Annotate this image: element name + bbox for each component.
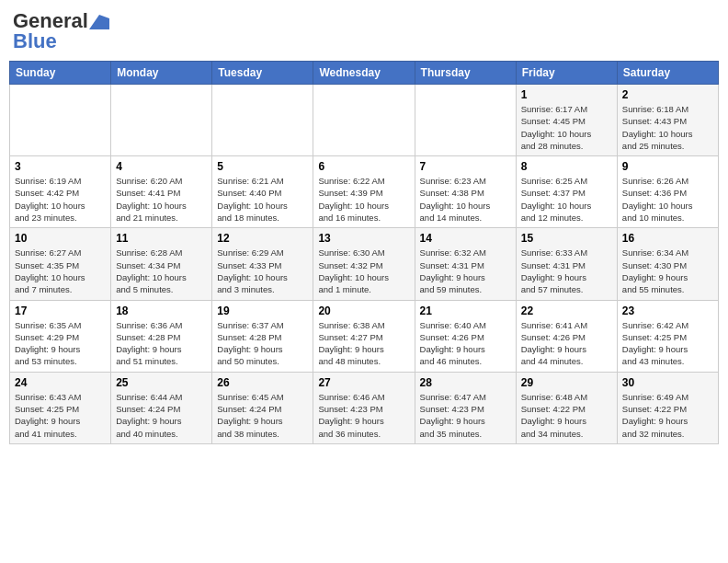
calendar-cell: 10Sunrise: 6:27 AMSunset: 4:35 PMDayligh… <box>10 228 111 300</box>
calendar-cell: 13Sunrise: 6:30 AMSunset: 4:32 PMDayligh… <box>313 228 415 300</box>
calendar-cell <box>10 85 111 156</box>
calendar-cell <box>313 85 415 156</box>
day-info: Sunrise: 6:49 AMSunset: 4:22 PMDaylight:… <box>622 391 713 440</box>
day-info: Sunrise: 6:18 AMSunset: 4:43 PMDaylight:… <box>622 103 713 152</box>
calendar-cell <box>415 85 516 156</box>
day-info: Sunrise: 6:40 AMSunset: 4:26 PMDaylight:… <box>420 319 511 368</box>
calendar-cell: 24Sunrise: 6:43 AMSunset: 4:25 PMDayligh… <box>10 372 111 443</box>
day-number: 23 <box>622 304 713 317</box>
day-info: Sunrise: 6:45 AMSunset: 4:24 PMDaylight:… <box>217 391 308 440</box>
day-info: Sunrise: 6:25 AMSunset: 4:37 PMDaylight:… <box>521 175 612 224</box>
calendar-cell <box>111 85 212 156</box>
day-number: 15 <box>521 232 612 245</box>
day-number: 14 <box>420 232 511 245</box>
day-info: Sunrise: 6:48 AMSunset: 4:22 PMDaylight:… <box>521 391 612 440</box>
day-number: 21 <box>420 304 511 317</box>
page-header: General Blue <box>9 9 719 53</box>
day-header-monday: Monday <box>111 62 212 85</box>
calendar-table: SundayMondayTuesdayWednesdayThursdayFrid… <box>9 61 719 444</box>
day-number: 12 <box>217 232 308 245</box>
calendar-cell: 23Sunrise: 6:42 AMSunset: 4:25 PMDayligh… <box>617 300 718 372</box>
calendar-cell: 15Sunrise: 6:33 AMSunset: 4:31 PMDayligh… <box>516 228 617 300</box>
day-info: Sunrise: 6:29 AMSunset: 4:33 PMDaylight:… <box>217 247 308 295</box>
day-info: Sunrise: 6:33 AMSunset: 4:31 PMDaylight:… <box>521 247 612 295</box>
day-number: 19 <box>217 304 308 317</box>
day-header-thursday: Thursday <box>415 62 516 85</box>
calendar-cell: 16Sunrise: 6:34 AMSunset: 4:30 PMDayligh… <box>617 228 718 300</box>
calendar-cell: 6Sunrise: 6:22 AMSunset: 4:39 PMDaylight… <box>313 156 415 228</box>
calendar-cell: 7Sunrise: 6:23 AMSunset: 4:38 PMDaylight… <box>415 156 516 228</box>
calendar-cell: 28Sunrise: 6:47 AMSunset: 4:23 PMDayligh… <box>415 372 516 443</box>
day-number: 10 <box>15 232 106 245</box>
day-header-friday: Friday <box>516 62 617 85</box>
day-info: Sunrise: 6:23 AMSunset: 4:38 PMDaylight:… <box>420 175 511 224</box>
day-number: 7 <box>420 160 511 173</box>
day-info: Sunrise: 6:38 AMSunset: 4:27 PMDaylight:… <box>318 319 409 368</box>
day-info: Sunrise: 6:17 AMSunset: 4:45 PMDaylight:… <box>521 103 612 152</box>
logo-blue: Blue <box>13 29 57 53</box>
day-header-tuesday: Tuesday <box>212 62 313 85</box>
day-number: 29 <box>521 376 612 389</box>
day-number: 28 <box>420 376 511 389</box>
day-header-wednesday: Wednesday <box>313 62 415 85</box>
day-number: 13 <box>318 232 409 245</box>
day-info: Sunrise: 6:46 AMSunset: 4:23 PMDaylight:… <box>318 391 409 440</box>
day-info: Sunrise: 6:43 AMSunset: 4:25 PMDaylight:… <box>15 391 106 440</box>
svg-marker-0 <box>89 15 109 29</box>
day-number: 3 <box>15 160 106 173</box>
calendar-cell: 27Sunrise: 6:46 AMSunset: 4:23 PMDayligh… <box>313 372 415 443</box>
calendar-cell: 11Sunrise: 6:28 AMSunset: 4:34 PMDayligh… <box>111 228 212 300</box>
calendar-cell: 4Sunrise: 6:20 AMSunset: 4:41 PMDaylight… <box>111 156 212 228</box>
calendar-cell: 20Sunrise: 6:38 AMSunset: 4:27 PMDayligh… <box>313 300 415 372</box>
calendar-cell: 29Sunrise: 6:48 AMSunset: 4:22 PMDayligh… <box>516 372 617 443</box>
day-info: Sunrise: 6:26 AMSunset: 4:36 PMDaylight:… <box>622 175 713 224</box>
calendar-cell: 30Sunrise: 6:49 AMSunset: 4:22 PMDayligh… <box>617 372 718 443</box>
calendar-cell: 22Sunrise: 6:41 AMSunset: 4:26 PMDayligh… <box>516 300 617 372</box>
calendar-cell: 2Sunrise: 6:18 AMSunset: 4:43 PMDaylight… <box>617 85 718 156</box>
day-info: Sunrise: 6:32 AMSunset: 4:31 PMDaylight:… <box>420 247 511 295</box>
day-number: 18 <box>116 304 207 317</box>
day-number: 5 <box>217 160 308 173</box>
day-number: 26 <box>217 376 308 389</box>
day-number: 6 <box>318 160 409 173</box>
day-number: 2 <box>622 88 713 101</box>
day-info: Sunrise: 6:19 AMSunset: 4:42 PMDaylight:… <box>15 175 106 224</box>
logo: General Blue <box>13 9 110 53</box>
calendar-cell: 14Sunrise: 6:32 AMSunset: 4:31 PMDayligh… <box>415 228 516 300</box>
day-info: Sunrise: 6:22 AMSunset: 4:39 PMDaylight:… <box>318 175 409 224</box>
day-info: Sunrise: 6:36 AMSunset: 4:28 PMDaylight:… <box>116 319 207 368</box>
calendar-cell: 5Sunrise: 6:21 AMSunset: 4:40 PMDaylight… <box>212 156 313 228</box>
day-number: 9 <box>622 160 713 173</box>
day-number: 22 <box>521 304 612 317</box>
day-header-sunday: Sunday <box>10 62 111 85</box>
calendar-cell: 19Sunrise: 6:37 AMSunset: 4:28 PMDayligh… <box>212 300 313 372</box>
day-number: 27 <box>318 376 409 389</box>
day-number: 8 <box>521 160 612 173</box>
calendar-cell: 17Sunrise: 6:35 AMSunset: 4:29 PMDayligh… <box>10 300 111 372</box>
day-number: 20 <box>318 304 409 317</box>
calendar-cell: 18Sunrise: 6:36 AMSunset: 4:28 PMDayligh… <box>111 300 212 372</box>
day-number: 4 <box>116 160 207 173</box>
calendar-cell: 9Sunrise: 6:26 AMSunset: 4:36 PMDaylight… <box>617 156 718 228</box>
calendar-cell <box>212 85 313 156</box>
calendar-cell: 25Sunrise: 6:44 AMSunset: 4:24 PMDayligh… <box>111 372 212 443</box>
day-number: 16 <box>622 232 713 245</box>
calendar-cell: 3Sunrise: 6:19 AMSunset: 4:42 PMDaylight… <box>10 156 111 228</box>
calendar-cell: 26Sunrise: 6:45 AMSunset: 4:24 PMDayligh… <box>212 372 313 443</box>
day-number: 1 <box>521 88 612 101</box>
day-info: Sunrise: 6:20 AMSunset: 4:41 PMDaylight:… <box>116 175 207 224</box>
day-info: Sunrise: 6:21 AMSunset: 4:40 PMDaylight:… <box>217 175 308 224</box>
day-number: 30 <box>622 376 713 389</box>
day-info: Sunrise: 6:41 AMSunset: 4:26 PMDaylight:… <box>521 319 612 368</box>
day-info: Sunrise: 6:27 AMSunset: 4:35 PMDaylight:… <box>15 247 106 295</box>
day-info: Sunrise: 6:35 AMSunset: 4:29 PMDaylight:… <box>15 319 106 368</box>
day-number: 24 <box>15 376 106 389</box>
day-info: Sunrise: 6:28 AMSunset: 4:34 PMDaylight:… <box>116 247 207 295</box>
day-info: Sunrise: 6:47 AMSunset: 4:23 PMDaylight:… <box>420 391 511 440</box>
day-number: 17 <box>15 304 106 317</box>
day-number: 11 <box>116 232 207 245</box>
calendar-cell: 21Sunrise: 6:40 AMSunset: 4:26 PMDayligh… <box>415 300 516 372</box>
day-info: Sunrise: 6:34 AMSunset: 4:30 PMDaylight:… <box>622 247 713 295</box>
day-info: Sunrise: 6:30 AMSunset: 4:32 PMDaylight:… <box>318 247 409 295</box>
calendar-cell: 12Sunrise: 6:29 AMSunset: 4:33 PMDayligh… <box>212 228 313 300</box>
